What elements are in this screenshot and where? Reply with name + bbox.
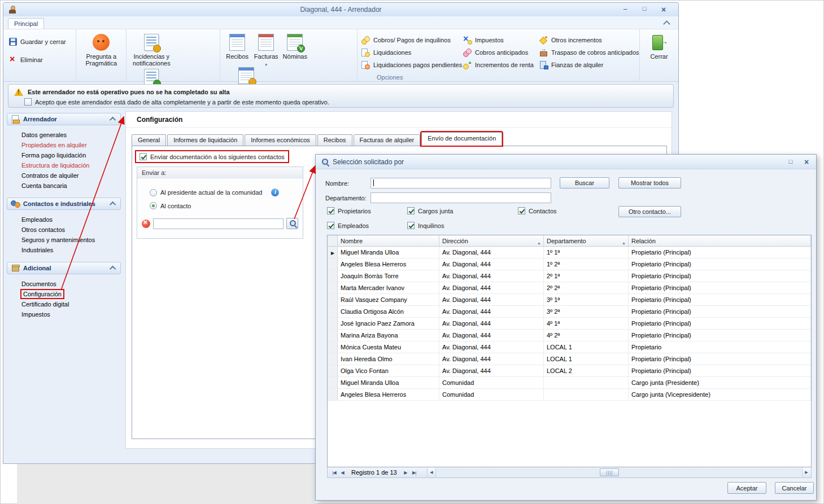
incidents-button[interactable]: Incidencias y notificaciones: [130, 32, 173, 67]
table-row[interactable]: Marta Mercader IvanovAv. Diagonal, 4442º…: [328, 282, 811, 294]
sidebar-item-estructura-de-liquidacion[interactable]: Estructura de liquidación: [7, 160, 121, 170]
delete-button[interactable]: Eliminar: [7, 55, 72, 64]
receipts-button[interactable]: Recibos: [224, 32, 251, 60]
text-caret: [373, 179, 374, 186]
sidebar-item-seguros-y-mantenimientos[interactable]: Seguros y mantenimientos: [7, 235, 121, 245]
filter-inquilinos[interactable]: Inquilinos: [407, 222, 518, 229]
cancel-button[interactable]: Cancelar: [775, 482, 814, 494]
contact-radio-row[interactable]: Al contacto: [150, 202, 191, 209]
sidebar-item-industriales[interactable]: Industriales: [7, 245, 121, 255]
collapse-ribbon-icon[interactable]: [663, 20, 670, 28]
landlord-icon: [11, 115, 20, 124]
sidebar-item-configuracion[interactable]: Configuración: [7, 289, 121, 299]
search-button[interactable]: Buscar: [560, 177, 609, 189]
horizontal-scrollbar[interactable]: [427, 468, 810, 477]
sidebar-item-empleados[interactable]: Empleados: [7, 214, 121, 225]
save-close-label: Guardar y cerrar: [20, 38, 66, 45]
table-row[interactable]: Miguel Miranda UlloaAv. Diagonal, 4441º …: [328, 247, 811, 258]
filter-empleados[interactable]: Empleados: [327, 222, 407, 229]
close-icon[interactable]: [659, 5, 668, 13]
ribbon-option-impuestos[interactable]: Impuestos: [463, 34, 539, 46]
sidebar-group-header-contactos-e-industriales[interactable]: Contactos e industriales: [7, 198, 121, 210]
sidebar-group-header-adicional[interactable]: Adicional: [7, 262, 121, 274]
tab-facturas-de-alquiler[interactable]: Facturas de alquiler: [354, 134, 421, 146]
accept-button[interactable]: Aceptar: [727, 482, 766, 494]
filter-propietarios[interactable]: Propietarios: [327, 207, 407, 214]
table-row[interactable]: Angeles Blesa HerrerosAv. Diagonal, 4441…: [328, 258, 811, 270]
next-record-button[interactable]: [402, 468, 410, 477]
send-docs-checkbox-row[interactable]: Enviar documentación a los siguientes co…: [136, 151, 288, 162]
scroll-left-icon[interactable]: [428, 468, 436, 477]
column-header-nombre[interactable]: Nombre: [338, 235, 439, 246]
table-row[interactable]: Miguel Miranda UlloaComunidadCargo junta…: [328, 377, 811, 389]
ask-pragmatica-button[interactable]: Pregunta a Pragmática: [80, 32, 123, 67]
minimize-icon[interactable]: [621, 5, 630, 13]
president-radio-row[interactable]: Al presidente actual de la comunidad: [150, 189, 279, 196]
sidebar-item-documentos[interactable]: Documentos: [7, 279, 121, 289]
sidebar-item-datos-generales[interactable]: Datos generales: [7, 130, 121, 140]
invoices-button[interactable]: Facturas: [252, 32, 280, 65]
sidebar-item-propiedades-en-alquiler[interactable]: Propiedades en alquiler: [7, 140, 121, 150]
table-row[interactable]: Claudia Ortigosa AlcónAv. Diagonal, 4443…: [328, 306, 811, 318]
row-marker-cell: [328, 377, 338, 388]
tab-principal[interactable]: Principal: [8, 18, 44, 29]
sidebar-item-label: Configuración: [21, 290, 63, 298]
sidebar-item-certificado-digital[interactable]: Certificado digital: [7, 299, 121, 309]
sidebar-item-cuenta-bancaria[interactable]: Cuenta bancaria: [7, 181, 121, 191]
filter-cargos-junta[interactable]: Cargos junta: [407, 207, 518, 214]
payrolls-button[interactable]: V Nóminas: [281, 32, 308, 60]
contact-input[interactable]: [153, 218, 284, 229]
tab-informes-de-liquidacion[interactable]: Informes de liquidación: [167, 134, 243, 146]
cell-departamento: 3º 2ª: [544, 306, 629, 317]
first-record-button[interactable]: [330, 468, 338, 477]
close-window-button[interactable]: Cerrar: [643, 32, 675, 60]
table-row[interactable]: Mónica Cuesta MateuAv. Diagonal, 444LOCA…: [328, 341, 811, 353]
table-row[interactable]: Marina Ariza BayonaAv. Diagonal, 4444º 2…: [328, 330, 811, 341]
other-contact-button[interactable]: Otro contacto...: [618, 206, 681, 217]
maximize-icon[interactable]: [640, 5, 649, 13]
table-row[interactable]: José Ignacio Paez ZamoraAv. Diagonal, 44…: [328, 318, 811, 330]
tab-envio-de-documentacion[interactable]: Envío de documentación: [421, 132, 502, 146]
table-row[interactable]: Raúl Vasquez CompanyAv. Diagonal, 4443º …: [328, 294, 811, 306]
tab-recibos[interactable]: Recibos: [317, 134, 352, 146]
accept-activation-checkbox[interactable]: [24, 98, 32, 106]
tab-informes-economicos[interactable]: Informes económicos: [245, 134, 316, 146]
cell-relacion: Propietario (Principal): [629, 282, 811, 293]
last-record-button[interactable]: [410, 468, 418, 477]
show-all-button[interactable]: Mostrar todos: [618, 177, 681, 189]
dialog-close-icon[interactable]: [803, 157, 810, 166]
cell-relacion: Propietario (Principal): [629, 365, 811, 376]
dialog-maximize-icon[interactable]: [787, 157, 795, 166]
sidebar-item-impuestos[interactable]: Impuestos: [7, 309, 121, 319]
name-input[interactable]: [370, 178, 551, 189]
contact-search-button[interactable]: [286, 218, 298, 229]
filter-contactos[interactable]: Contactos: [518, 207, 557, 214]
sidebar-group-header-arrendador[interactable]: Arrendador: [7, 113, 121, 125]
save-close-button[interactable]: Guardar y cerrar: [7, 37, 72, 46]
cell-departamento: 3º 1ª: [544, 294, 629, 305]
sidebar-item-otros-contactos[interactable]: Otros contactos: [7, 225, 121, 235]
ribbon-option-otros-incrementos[interactable]: Otros incrementos: [539, 34, 636, 46]
table-row[interactable]: Ivan Heredia OlmoAv. Diagonal, 444LOCAL …: [328, 353, 811, 365]
ribbon-option-traspaso-de-cobros-anticipados[interactable]: Traspaso de cobros anticipados: [539, 46, 636, 59]
table-row[interactable]: Joaquín Borràs TorreAv. Diagonal, 4442º …: [328, 270, 811, 282]
department-input[interactable]: [370, 192, 551, 203]
ribbon-option-fianzas-de-alquiler[interactable]: Fianzas de alquiler: [539, 59, 636, 71]
ribbon-option-liquidaciones-pagos-pendientes[interactable]: Liquidaciones pagos pendientes: [361, 59, 463, 71]
table-row[interactable]: Olga Vico FontanAv. Diagonal, 444LOCAL 2…: [328, 365, 811, 377]
ribbon-option-liquidaciones[interactable]: Liquidaciones: [361, 46, 463, 59]
ribbon-option-incrementos-de-renta[interactable]: Incrementos de renta: [463, 59, 539, 71]
clear-icon[interactable]: [142, 220, 150, 228]
prev-record-button[interactable]: [338, 468, 347, 477]
ribbon-option-cobros-anticipados[interactable]: Cobros anticipados: [463, 46, 539, 59]
column-header-direccion[interactable]: Dirección: [439, 235, 544, 246]
sidebar-item-forma-pago-liquidacion[interactable]: Forma pago liquidación: [7, 150, 121, 160]
sidebar-item-contratos-de-alquiler[interactable]: Contratos de alquiler: [7, 170, 121, 181]
scroll-right-icon[interactable]: [802, 468, 810, 477]
tab-general[interactable]: General: [132, 134, 166, 146]
ribbon-option-cobros-pagos-de-inquilinos[interactable]: Cobros/ Pagos de inquilinos: [361, 34, 463, 46]
column-header-relacion[interactable]: Relación: [629, 235, 811, 246]
scrollbar-thumb[interactable]: [600, 468, 619, 476]
column-header-departamento[interactable]: Departamento: [544, 235, 629, 246]
table-row[interactable]: Angeles Blesa HerrerosComunidadCargo jun…: [328, 389, 811, 401]
